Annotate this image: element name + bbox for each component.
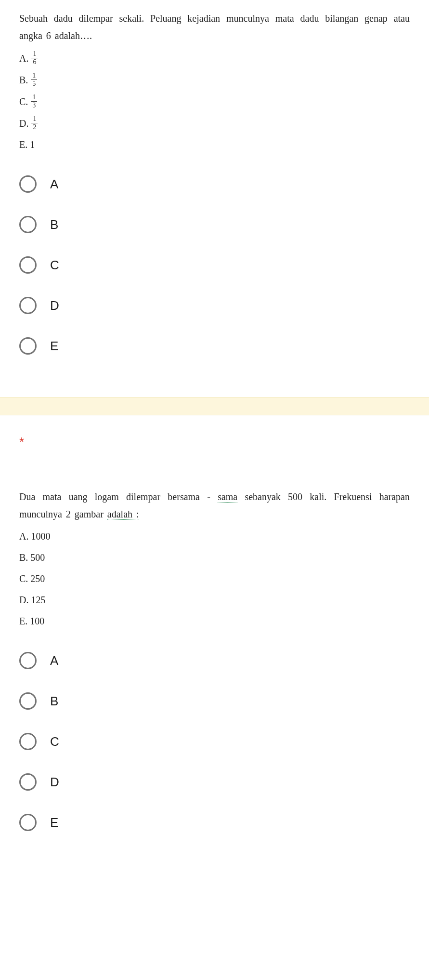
q1-option-C: C. 1 3 bbox=[19, 93, 410, 109]
q2-underline-sama: sama bbox=[218, 491, 237, 503]
q1-C-prefix: C. bbox=[19, 94, 28, 109]
question-1: Sebuah dadu dilempar sekali. Peluang kej… bbox=[0, 0, 429, 397]
question-2-wrapper: * Dua mata uang logam dilempar bersama -… bbox=[0, 415, 429, 874]
radio-label: A bbox=[50, 177, 58, 192]
radio-icon bbox=[19, 175, 37, 193]
q2-radio-D[interactable]: D bbox=[19, 773, 410, 791]
radio-icon bbox=[19, 337, 37, 355]
radio-label: C bbox=[50, 258, 59, 273]
q2-underline-adalah: adalah : bbox=[107, 509, 139, 520]
radio-icon bbox=[19, 692, 37, 710]
q2-radio-C[interactable]: C bbox=[19, 733, 410, 750]
q2-text-part1: Dua mata uang logam dilempar bersama - bbox=[19, 491, 218, 502]
question-2-text: Dua mata uang logam dilempar bersama - s… bbox=[19, 488, 410, 523]
radio-label: D bbox=[50, 775, 59, 790]
frac-num: 1 bbox=[31, 93, 37, 102]
q1-D-prefix: D. bbox=[19, 116, 28, 131]
q2-radio-E[interactable]: E bbox=[19, 814, 410, 831]
fraction-D: 1 2 bbox=[31, 115, 38, 131]
q1-option-E: E. 1 bbox=[19, 137, 410, 152]
radio-label: E bbox=[50, 815, 58, 830]
radio-icon bbox=[19, 652, 37, 669]
radio-icon bbox=[19, 733, 37, 750]
frac-den: 6 bbox=[31, 58, 38, 66]
question-2: Dua mata uang logam dilempar bersama - s… bbox=[0, 478, 429, 874]
radio-icon bbox=[19, 773, 37, 791]
frac-num: 1 bbox=[31, 50, 38, 58]
fraction-B: 1 5 bbox=[31, 72, 37, 88]
q2-option-C: C. 250 bbox=[19, 571, 410, 586]
frac-num: 1 bbox=[31, 115, 38, 123]
q2-radio-B[interactable]: B bbox=[19, 692, 410, 710]
radio-icon bbox=[19, 256, 37, 274]
q1-radio-D[interactable]: D bbox=[19, 297, 410, 314]
radio-label: B bbox=[50, 217, 58, 232]
radio-label: C bbox=[50, 734, 59, 749]
q2-option-D: D. 125 bbox=[19, 592, 410, 608]
q1-radio-A[interactable]: A bbox=[19, 175, 410, 193]
q1-A-prefix: A. bbox=[19, 51, 28, 66]
radio-label: B bbox=[50, 694, 58, 709]
q1-option-B: B. 1 5 bbox=[19, 72, 410, 88]
q1-option-D: D. 1 2 bbox=[19, 115, 410, 131]
radio-label: D bbox=[50, 298, 59, 313]
frac-den: 3 bbox=[31, 102, 37, 109]
radio-icon bbox=[19, 216, 37, 233]
radio-icon bbox=[19, 297, 37, 314]
question-1-text: Sebuah dadu dilempar sekali. Peluang kej… bbox=[19, 10, 410, 44]
q1-radio-E[interactable]: E bbox=[19, 337, 410, 355]
fraction-A: 1 6 bbox=[31, 50, 38, 66]
q2-option-A: A. 1000 bbox=[19, 529, 410, 544]
radio-label: E bbox=[50, 339, 58, 354]
section-divider bbox=[0, 397, 429, 415]
q2-radio-A[interactable]: A bbox=[19, 652, 410, 669]
fraction-C: 1 3 bbox=[31, 93, 37, 109]
q1-option-A: A. 1 6 bbox=[19, 50, 410, 66]
required-asterisk: * bbox=[0, 415, 429, 450]
frac-num: 1 bbox=[31, 72, 37, 80]
frac-den: 2 bbox=[31, 123, 38, 131]
q2-option-B: B. 500 bbox=[19, 550, 410, 565]
q1-radio-C[interactable]: C bbox=[19, 256, 410, 274]
radio-label: A bbox=[50, 653, 58, 668]
q1-B-prefix: B. bbox=[19, 72, 28, 88]
q2-radio-group: A B C D E bbox=[19, 652, 410, 831]
frac-den: 5 bbox=[31, 80, 37, 88]
q1-E-prefix: E. 1 bbox=[19, 137, 35, 152]
q2-option-E: E. 100 bbox=[19, 613, 410, 629]
q1-radio-B[interactable]: B bbox=[19, 216, 410, 233]
q1-radio-group: A B C D E bbox=[19, 175, 410, 355]
radio-icon bbox=[19, 814, 37, 831]
